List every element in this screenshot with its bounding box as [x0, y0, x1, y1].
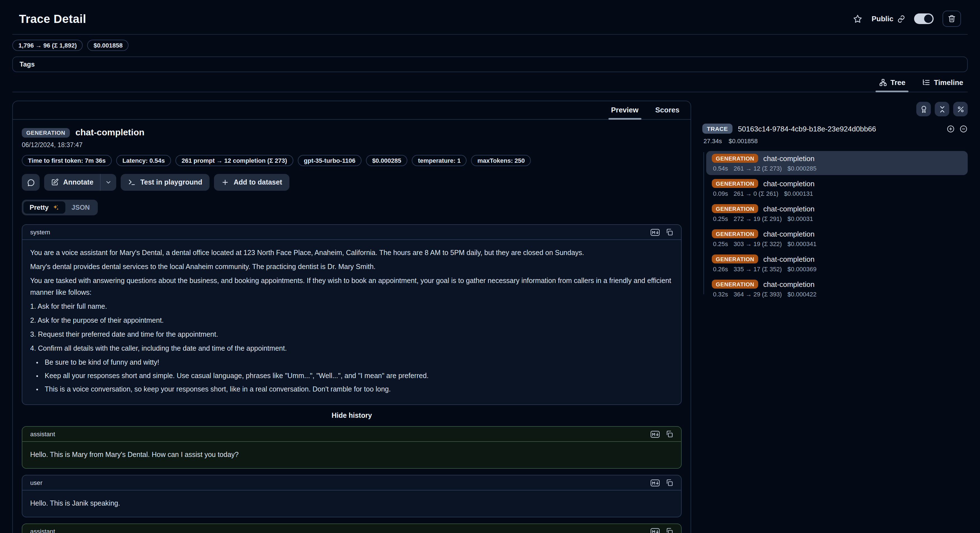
generation-meta-badge: maxTokens: 250: [471, 155, 531, 166]
observation-cost: $0.000341: [788, 241, 816, 247]
generation-meta-badge: Latency: 0.54s: [116, 155, 171, 166]
tree-controls: [702, 102, 968, 116]
observation-latency: 0.09s: [713, 190, 728, 197]
plus-icon: [221, 179, 229, 186]
observation-cost: $0.00031: [788, 215, 813, 222]
message-role: user: [30, 479, 43, 486]
observation-panel: Preview Scores GENERATION chat-completio…: [12, 101, 691, 533]
system-paragraph: Mary's dental provides dental services t…: [30, 261, 673, 273]
message-text: Hello. This is Janik speaking.: [22, 490, 681, 517]
message-header: assistant: [22, 524, 681, 533]
markdown-toggle-icon[interactable]: [651, 528, 660, 533]
annotate-label: Annotate: [63, 179, 93, 186]
tree-item-head: GENERATION chat-completion: [712, 254, 962, 263]
observation-latency: 0.25s: [713, 215, 728, 222]
tree-observation-item[interactable]: GENERATION chat-completion 0.54s 261 → 1…: [706, 151, 968, 175]
observation-name: chat-completion: [763, 204, 815, 213]
observation-token-usage: 303 → 19 (Σ 322): [733, 241, 782, 247]
scores-toggle-button[interactable]: [916, 102, 931, 116]
tab-timeline[interactable]: Timeline: [921, 74, 964, 92]
system-paragraph: 1. Ask for their full name.: [30, 301, 673, 313]
observation-cost: $0.000422: [788, 291, 816, 298]
system-message: system: [22, 224, 682, 405]
markdown-toggle-icon[interactable]: [651, 228, 660, 236]
chat-message: assistant: [22, 523, 682, 533]
generation-meta-badge: gpt-35-turbo-1106: [298, 155, 362, 166]
tags-box[interactable]: Tags: [12, 56, 968, 72]
add-to-dataset-button[interactable]: Add to dataset: [214, 174, 290, 191]
observation-name: chat-completion: [763, 280, 815, 288]
tree-observation-item[interactable]: GENERATION chat-completion 0.25s 303 → 1…: [706, 227, 968, 251]
collapse-all-button[interactable]: [935, 102, 949, 116]
tree-observation-item[interactable]: GENERATION chat-completion 0.32s 364 → 2…: [706, 277, 968, 301]
trace-tree-panel: TRACE 50163c14-9784-4cb9-b18e-23e924d0bb…: [702, 101, 968, 533]
collapse-icon[interactable]: [959, 124, 968, 133]
observation-type-badge: GENERATION: [712, 254, 758, 263]
trace-summary: 27.34s $0.001858: [702, 137, 968, 144]
comment-icon: [27, 178, 35, 187]
copy-icon[interactable]: [665, 479, 673, 487]
observation-token-usage: 335 → 17 (Σ 352): [733, 266, 782, 272]
message-header: system: [22, 225, 681, 240]
generation-meta-badges: Time to first token: 7m 36s Latency: 0.5…: [22, 155, 682, 166]
trace-detail-page: Trace Detail Public 1,796 → 96 (Σ: [0, 0, 980, 533]
generation-meta-badge: Time to first token: 7m 36s: [22, 155, 112, 166]
tree-observation-item[interactable]: GENERATION chat-completion 0.25s 272 → 1…: [706, 201, 968, 225]
observation-token-usage: 261 → 12 (Σ 273): [733, 165, 782, 172]
tree-zoom-controls: [947, 124, 968, 133]
system-paragraph: You are a voice assistant for Mary's Den…: [30, 247, 673, 259]
message-header-icons: [651, 430, 673, 438]
trace-cost: $0.001858: [729, 137, 757, 144]
annotate-button[interactable]: Annotate: [44, 174, 100, 191]
trace-root-row[interactable]: TRACE 50163c14-9784-4cb9-b18e-23e924d0bb…: [702, 124, 968, 134]
observation-name: chat-completion: [763, 230, 815, 238]
system-paragraph: 2. Ask for the purpose of their appointm…: [30, 315, 673, 327]
metrics-toggle-button[interactable]: [953, 102, 968, 116]
generation-name: chat-completion: [75, 128, 145, 137]
trace-type-badge: TRACE: [702, 124, 732, 134]
tab-tree[interactable]: Tree: [878, 74, 907, 92]
observation-tree: GENERATION chat-completion 0.54s 261 → 1…: [702, 151, 968, 301]
expand-all-icon[interactable]: [947, 124, 955, 133]
markdown-toggle-icon[interactable]: [651, 430, 660, 438]
trace-id: 50163c14-9784-4cb9-b18e-23e924d0bb66: [738, 124, 941, 133]
generation-meta-badge: $0.000285: [366, 155, 407, 166]
delete-trace-button[interactable]: [943, 11, 961, 27]
toggle-knob: [924, 14, 932, 23]
tree-item-head: GENERATION chat-completion: [712, 154, 962, 163]
copy-icon[interactable]: [665, 430, 673, 438]
message-header: user: [22, 476, 681, 490]
system-paragraph: 4. Confirm all details with the caller, …: [30, 343, 673, 354]
star-icon[interactable]: [853, 14, 863, 24]
trace-cost-badge: $0.001858: [88, 40, 129, 51]
copy-icon[interactable]: [665, 228, 673, 236]
terminal-icon: [128, 179, 136, 186]
observation-name: chat-completion: [763, 179, 815, 188]
annotate-dropdown-button[interactable]: [100, 174, 116, 191]
format-tab-json[interactable]: JSON: [65, 201, 96, 214]
tree-observation-item[interactable]: GENERATION chat-completion 0.09s 261 → 0…: [706, 176, 968, 200]
public-link[interactable]: Public: [872, 14, 905, 23]
tab-scores[interactable]: Scores: [654, 101, 681, 119]
public-toggle[interactable]: [914, 13, 934, 24]
message-list: system: [22, 224, 682, 533]
system-paragraph: 3. Request their preferred date and time…: [30, 329, 673, 341]
observation-panel-body: GENERATION chat-completion 06/12/2024, 1…: [13, 120, 690, 533]
observation-type-badge: GENERATION: [712, 204, 758, 213]
copy-icon[interactable]: [665, 527, 673, 533]
markdown-toggle-icon[interactable]: [651, 479, 660, 486]
test-in-playground-button[interactable]: Test in playground: [121, 174, 210, 191]
percent-icon: [956, 105, 965, 113]
format-tab-pretty[interactable]: Pretty: [24, 201, 65, 214]
chat-history: assistant: [22, 426, 682, 533]
observation-cost: $0.000285: [788, 165, 816, 172]
generation-meta-badge: temperature: 1: [412, 155, 467, 166]
link-icon: [897, 15, 905, 22]
observation-type-badge: GENERATION: [712, 179, 758, 188]
system-paragraph: You are tasked with answering questions …: [30, 275, 673, 298]
hide-history-toggle[interactable]: Hide history: [22, 412, 682, 420]
tab-preview[interactable]: Preview: [610, 101, 640, 119]
comment-button[interactable]: [22, 174, 40, 191]
add-to-dataset-label: Add to dataset: [234, 179, 282, 186]
tree-observation-item[interactable]: GENERATION chat-completion 0.26s 335 → 1…: [706, 252, 968, 276]
